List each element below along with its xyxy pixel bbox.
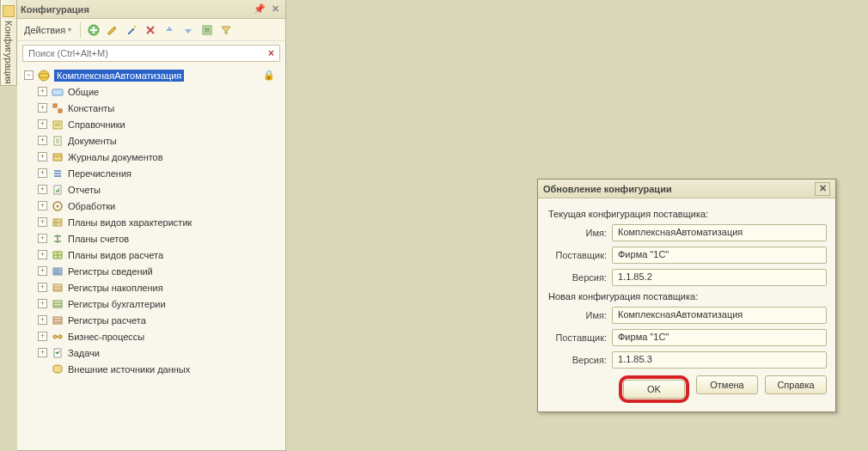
tree-item[interactable]: + Планы счетов (21, 230, 282, 247)
current-name-field[interactable]: КомплекснаяАвтоматизация (612, 224, 827, 241)
tree-item[interactable]: + Общие (21, 83, 282, 100)
filter-icon[interactable] (218, 22, 234, 38)
expand-icon[interactable]: + (38, 266, 47, 276)
tree-item-label: Регистры накопления (68, 282, 163, 294)
ok-button[interactable]: OK (623, 380, 685, 399)
name-label: Имя: (547, 310, 612, 320)
expand-icon[interactable]: + (38, 136, 47, 145)
tree-item[interactable]: + Справочники (21, 116, 282, 132)
expand-placeholder (38, 364, 47, 374)
clear-search-icon[interactable]: × (263, 45, 280, 62)
expand-icon[interactable]: + (38, 332, 47, 341)
move-up-icon[interactable] (162, 22, 177, 38)
tree-item[interactable]: Внешние источники данных (21, 361, 282, 377)
tree-item[interactable]: + Планы видов характеристик (21, 214, 282, 230)
tree-item-label: Документы (68, 135, 117, 147)
current-vendor-field[interactable]: Фирма "1С" (612, 247, 827, 264)
expand-icon[interactable]: + (38, 250, 47, 259)
calc-types-icon (51, 248, 64, 262)
vertical-tab-config[interactable]: Конфигурация (0, 0, 17, 86)
lock-icon: 🔒 (263, 70, 275, 81)
expand-icon[interactable]: + (38, 234, 47, 243)
tree-item[interactable]: + Перечисления (21, 165, 282, 181)
vendor-label: Поставщик: (547, 332, 612, 343)
tree-item[interactable]: + Бизнес-процессы (21, 328, 282, 344)
expand-icon[interactable]: + (38, 217, 47, 227)
new-name-field[interactable]: КомплекснаяАвтоматизация (612, 307, 827, 324)
tree-item[interactable]: + Константы (21, 100, 282, 116)
tree-item[interactable]: + Задачи (21, 344, 282, 361)
search-input[interactable] (22, 45, 263, 62)
cancel-button[interactable]: Отмена (696, 375, 758, 394)
tree-root[interactable]: − КомплекснаяАвтоматизация 🔒 (21, 67, 282, 83)
tree-item-label: Регистры бухгалтерии (68, 298, 166, 310)
version-label: Версия: (547, 272, 612, 283)
new-vendor-field[interactable]: Фирма "1С" (612, 329, 827, 346)
new-version-field[interactable]: 1.1.85.3 (612, 351, 827, 369)
journals-icon (51, 150, 64, 164)
tree-item[interactable]: + Планы видов расчета (21, 247, 282, 263)
svg-rect-20 (53, 301, 62, 308)
accounts-icon (51, 232, 64, 246)
tree-item[interactable]: + Журналы документов (21, 149, 282, 165)
version-label: Версия: (547, 355, 612, 365)
svg-rect-7 (58, 109, 62, 113)
expand-icon[interactable]: + (38, 348, 47, 357)
info-registers-icon (51, 265, 64, 278)
svg-rect-10 (53, 154, 62, 161)
svg-point-15 (57, 204, 59, 207)
tree-item-label: Константы (68, 102, 114, 114)
move-down-icon[interactable] (180, 22, 196, 38)
edit-icon[interactable] (105, 22, 120, 38)
svg-point-3 (39, 70, 49, 81)
tree-item-label: Справочники (68, 119, 125, 131)
dialog-close-icon[interactable]: ✕ (815, 182, 830, 196)
ok-highlight: OK (619, 375, 689, 403)
pin-icon[interactable]: 📌 (253, 3, 266, 16)
expand-icon[interactable]: + (38, 283, 47, 292)
expand-icon[interactable]: + (38, 119, 47, 129)
actions-menu[interactable]: Действия (21, 23, 75, 37)
tree-item[interactable]: + Отчеты (21, 181, 282, 198)
expand-icon[interactable]: + (38, 185, 47, 194)
current-version-field[interactable]: 1.1.85.2 (612, 269, 827, 286)
sort-icon[interactable] (199, 22, 215, 38)
delete-icon[interactable] (143, 22, 158, 38)
expand-icon[interactable]: + (38, 315, 47, 325)
tree-item[interactable]: + Регистры бухгалтерии (21, 296, 282, 312)
panel-header: Конфигурация 📌 ✕ (17, 0, 285, 19)
vertical-tab-label: Конфигурация (3, 21, 14, 84)
bprocess-icon (51, 330, 64, 344)
tree-item-label: Регистры сведений (68, 265, 153, 277)
tree-root-label: КомплекснаяАвтоматизация (54, 70, 184, 82)
dialog-titlebar[interactable]: Обновление конфигурации ✕ (538, 180, 835, 198)
expand-icon[interactable]: + (38, 152, 47, 162)
tree-item[interactable]: + Документы (21, 132, 282, 149)
tree-item[interactable]: + Обработки (21, 198, 282, 214)
processors-icon (51, 199, 64, 213)
expand-icon[interactable]: + (38, 87, 47, 96)
close-panel-icon[interactable]: ✕ (268, 3, 282, 16)
expand-icon[interactable]: + (38, 299, 47, 308)
svg-rect-12 (56, 190, 58, 192)
reports-icon (51, 183, 64, 197)
tree-item-label: Задачи (68, 347, 100, 359)
expand-icon[interactable]: + (38, 103, 47, 113)
expand-icon[interactable]: + (38, 201, 47, 210)
wand-icon[interactable] (124, 22, 139, 38)
tree-item-label: Планы видов расчета (68, 249, 163, 261)
tree-item[interactable]: + Регистры расчета (21, 312, 282, 328)
add-icon[interactable] (86, 22, 101, 38)
config-icon (3, 5, 15, 17)
external-data-icon (51, 363, 64, 376)
tree-item[interactable]: + Регистры накопления (21, 279, 282, 296)
collapse-icon[interactable]: − (24, 70, 34, 80)
tree-item-label: Планы счетов (68, 233, 129, 245)
constants-icon (51, 101, 64, 115)
new-section-label: Новая конфигурация поставщика: (548, 291, 827, 302)
tree-item[interactable]: + Регистры сведений (21, 263, 282, 279)
expand-icon[interactable]: + (38, 168, 47, 178)
help-button[interactable]: Справка (765, 375, 827, 394)
calc-registers-icon (51, 314, 64, 327)
svg-rect-13 (58, 188, 60, 192)
